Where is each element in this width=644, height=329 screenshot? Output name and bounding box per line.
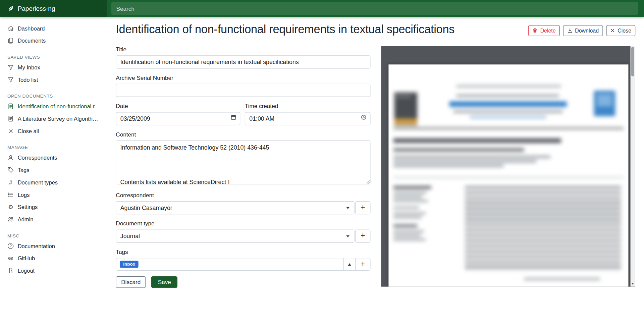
open-documents-header: OPEN DOCUMENTS (0, 94, 107, 99)
sidebar-item-label: Documentation (18, 243, 55, 249)
tag-badge-inbox: Inbox (120, 261, 139, 268)
time-created-label: Time created (245, 103, 371, 110)
sidebar-item-documents[interactable]: Documents (0, 35, 107, 47)
saved-views-header: SAVED VIEWS (0, 55, 107, 60)
pdf-content-block (394, 119, 418, 124)
pdf-content-block (393, 160, 536, 163)
pdf-content-block (393, 238, 426, 240)
pdf-content-block (393, 212, 426, 214)
pdf-content-block (393, 177, 624, 178)
sidebar-item-tags[interactable]: Tags (0, 164, 107, 176)
title-input[interactable] (116, 55, 370, 68)
time-created-input[interactable] (245, 112, 371, 125)
document-type-select[interactable]: Journal (116, 229, 355, 242)
download-icon (567, 28, 573, 33)
misc-header: MISC (0, 233, 107, 238)
tags-input[interactable]: Inbox (116, 258, 344, 271)
pdf-content-block (393, 192, 426, 194)
sidebar-item-document-types[interactable]: # Document types (0, 176, 107, 188)
asn-input[interactable] (116, 84, 370, 97)
hash-icon: # (7, 179, 14, 186)
tags-dropdown-toggle[interactable] (344, 258, 355, 271)
preview-scrollbar-thumb[interactable] (631, 47, 634, 76)
close-button[interactable]: Close (606, 25, 635, 36)
door-icon (7, 267, 14, 274)
clock-icon[interactable] (361, 114, 367, 122)
sidebar-item-label: Document types (18, 179, 58, 185)
pdf-content-block (393, 165, 503, 167)
sidebar-item-github[interactable]: GitHub (0, 252, 107, 265)
sidebar-item-my-inbox[interactable]: My Inbox (0, 61, 107, 73)
sidebar-item-label: A Literature Survey on Algorithms for Mu… (18, 116, 103, 122)
pdf-content-block (393, 196, 422, 198)
pdf-content-block (393, 200, 428, 202)
sidebar-item-label: Tags (18, 167, 30, 173)
person-icon (7, 154, 14, 161)
asn-label: Archive Serial Number (116, 74, 370, 81)
pdf-content-block (456, 95, 559, 97)
document-preview[interactable]: ▼ (381, 46, 635, 287)
sidebar-item-label: GitHub (18, 255, 35, 261)
preview-scrollbar[interactable]: ▼ (631, 46, 635, 287)
save-button[interactable]: Save (151, 276, 177, 288)
pdf-abstract-block (465, 186, 621, 272)
sidebar-item-label: My Inbox (18, 64, 40, 70)
brand-label: Paperless-ng (18, 5, 55, 12)
sidebar-item-dashboard[interactable]: Dashboard (0, 22, 107, 35)
correspondent-label: Correspondent (116, 192, 370, 199)
sidebar-open-document-2[interactable]: A Literature Survey on Algorithms for Mu… (0, 113, 107, 125)
title-label: Title (116, 46, 370, 53)
main-content: Identification of non-functional require… (107, 17, 644, 329)
leaf-logo-icon (7, 5, 14, 12)
correspondent-select[interactable]: Agustin Casamayor (116, 201, 355, 214)
scroll-down-arrow-icon[interactable]: ▼ (631, 282, 635, 286)
date-input[interactable] (116, 112, 240, 125)
sidebar-item-todo-list[interactable]: Todo list (0, 73, 107, 86)
manage-header: MANAGE (0, 145, 107, 150)
tag-icon (7, 167, 14, 173)
sidebar-item-settings[interactable]: ⚙ Settings (0, 201, 107, 213)
sidebar-item-label: Logout (18, 268, 35, 274)
funnel-icon (7, 76, 14, 83)
pdf-content-block (393, 128, 624, 129)
sidebar-item-label: Close all (18, 128, 39, 134)
sidebar-open-document-1[interactable]: Identification of non-functional require… (0, 100, 107, 113)
question-icon: ? (7, 243, 14, 250)
funnel-icon (7, 64, 14, 71)
sidebar: Dashboard Documents SAVED VIEWS My Inbox… (0, 17, 107, 329)
link-icon (7, 255, 14, 262)
pdf-content-block (393, 186, 431, 189)
pdf-content-block (396, 96, 411, 97)
add-correspondent-button[interactable]: + (355, 201, 370, 214)
sidebar-item-admin[interactable]: Admin (0, 213, 107, 226)
brand-link[interactable]: Paperless-ng (0, 0, 107, 17)
files-icon (7, 37, 14, 44)
discard-button[interactable]: Discard (116, 276, 146, 288)
file-text-icon (7, 115, 14, 122)
sidebar-item-label: Dashboard (18, 25, 45, 31)
close-label: Close (618, 28, 631, 34)
app-window: Paperless-ng Dashboard Documents SAVED V… (0, 0, 644, 329)
sidebar-item-label: Todo list (18, 76, 38, 83)
sidebar-item-documentation[interactable]: ? Documentation (0, 240, 107, 252)
people-icon (7, 216, 14, 223)
pdf-content-block (393, 230, 424, 232)
delete-button[interactable]: Delete (528, 25, 560, 36)
pdf-content-block (393, 225, 417, 227)
sidebar-close-all[interactable]: Close all (0, 125, 107, 137)
calendar-icon[interactable] (230, 114, 236, 122)
sidebar-item-logout[interactable]: Logout (0, 265, 107, 277)
document-edit-form: Title Archive Serial Number Date Time cr… (116, 46, 370, 288)
delete-label: Delete (540, 28, 556, 34)
trash-icon (532, 28, 538, 33)
content-textarea[interactable]: Information and Software Technology 52 (… (116, 141, 370, 184)
sidebar-item-correspondents[interactable]: Correspondents (0, 152, 107, 164)
add-tag-button[interactable]: + (355, 258, 370, 271)
sidebar-item-label: Settings (18, 204, 38, 210)
sidebar-item-logs[interactable]: Logs (0, 188, 107, 201)
add-document-type-button[interactable]: + (355, 229, 370, 242)
search-input[interactable] (111, 2, 638, 15)
chevron-up-icon (348, 263, 351, 265)
download-button[interactable]: Download (563, 25, 603, 36)
pdf-content-block (470, 116, 546, 118)
